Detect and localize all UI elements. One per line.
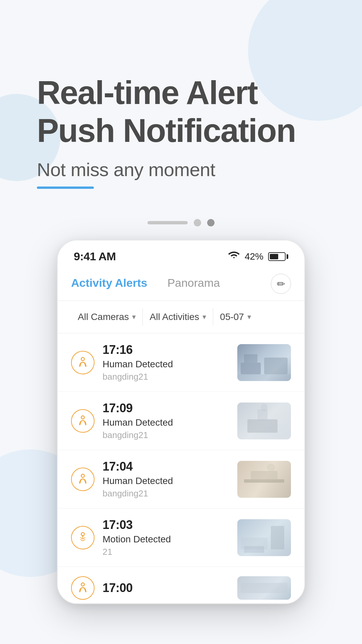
svg-point-5 (81, 416, 84, 419)
activity-icon-motion (71, 526, 95, 549)
svg-rect-14 (271, 526, 284, 549)
chevron-down-icon: ▾ (132, 313, 136, 321)
tab-group: Activity Alerts Panorama (71, 276, 220, 291)
svg-rect-16 (244, 546, 264, 553)
filter-activities[interactable]: All Activities ▾ (143, 308, 213, 326)
svg-point-9 (81, 474, 84, 478)
activity-time: 17:00 (103, 581, 229, 595)
svg-rect-3 (244, 354, 257, 363)
activity-type: Human Detected (103, 476, 229, 486)
activity-camera: bangding21 (103, 430, 229, 440)
battery-icon (268, 252, 288, 261)
activity-info: 17:00 (103, 581, 229, 595)
main-title: Real-time Alert Push Notification (37, 74, 325, 149)
phone-mockup: 9:41 AM 42% Activity Alerts (57, 240, 305, 604)
activity-type: Human Detected (103, 359, 229, 370)
activity-icon-human (71, 468, 95, 491)
activity-time: 17:09 (103, 401, 229, 415)
activity-thumbnail (237, 344, 291, 381)
status-right: 42% (228, 251, 288, 262)
activity-time: 17:04 (103, 460, 229, 474)
svg-rect-1 (241, 363, 261, 374)
room-image-4 (237, 519, 291, 556)
subtitle-underline (37, 186, 94, 189)
subtitle: Not miss any moment (37, 159, 325, 180)
filter-date[interactable]: 05-07 ▾ (213, 308, 258, 326)
svg-point-0 (81, 358, 84, 361)
activity-thumbnail (237, 461, 291, 498)
activity-icon-human (71, 409, 95, 433)
activity-camera: bangding21 (103, 372, 229, 382)
activity-icon-human (71, 351, 95, 374)
tab-activity-alerts[interactable]: Activity Alerts (71, 276, 147, 291)
room-image-2 (237, 402, 291, 439)
svg-rect-18 (241, 583, 288, 593)
wifi-icon (228, 251, 240, 262)
list-item[interactable]: 17:16 Human Detected bangding21 (58, 333, 304, 392)
list-item[interactable]: 17:00 (58, 567, 304, 603)
activity-time: 17:16 (103, 343, 229, 357)
chevron-down-icon: ▾ (247, 313, 251, 321)
svg-rect-11 (251, 471, 278, 480)
activity-thumbnail (237, 402, 291, 439)
header-section: Real-time Alert Push Notification Not mi… (0, 0, 362, 189)
room-image-5 (237, 576, 291, 600)
pagination-bar (147, 221, 188, 224)
activity-type: Motion Detected (103, 534, 229, 545)
activity-info: 17:04 Human Detected bangding21 (103, 460, 229, 499)
svg-point-12 (267, 464, 275, 472)
activity-camera: 21 (103, 547, 229, 557)
activity-icon-human (71, 576, 95, 600)
activity-info: 17:16 Human Detected bangding21 (103, 343, 229, 382)
room-image-1 (237, 344, 291, 381)
battery-percent: 42% (245, 251, 263, 262)
activity-thumbnail (237, 519, 291, 556)
status-bar: 9:41 AM 42% (58, 240, 304, 268)
tab-bar[interactable]: Activity Alerts Panorama ✏ (58, 268, 304, 301)
svg-point-17 (81, 583, 84, 586)
activity-info: 17:03 Motion Detected 21 (103, 518, 229, 557)
filter-cameras[interactable]: All Cameras ▾ (71, 308, 143, 326)
svg-rect-4 (237, 374, 291, 381)
filter-row[interactable]: All Cameras ▾ All Activities ▾ 05-07 ▾ (58, 301, 304, 333)
svg-point-8 (261, 404, 267, 412)
list-item[interactable]: 17:09 Human Detected bangding21 (58, 392, 304, 450)
status-time: 9:41 AM (74, 250, 116, 263)
chevron-down-icon: ▾ (202, 313, 206, 321)
pagination-dot-2 (207, 219, 215, 226)
activity-type: Human Detected (103, 417, 229, 428)
activity-list: 17:16 Human Detected bangding21 (58, 333, 304, 603)
svg-rect-6 (247, 419, 278, 433)
svg-rect-2 (264, 358, 288, 374)
activity-camera: bangding21 (103, 488, 229, 499)
pagination-dot-1 (194, 219, 201, 226)
list-item[interactable]: 17:04 Human Detected bangding21 (58, 450, 304, 508)
activity-info: 17:09 Human Detected bangding21 (103, 401, 229, 440)
pagination (0, 219, 362, 226)
activity-time: 17:03 (103, 518, 229, 532)
activity-thumbnail (237, 576, 291, 600)
tab-panorama[interactable]: Panorama (167, 276, 220, 291)
list-item[interactable]: 17:03 Motion Detected 21 (58, 508, 304, 567)
edit-button[interactable]: ✏ (271, 274, 291, 294)
room-image-3 (237, 461, 291, 498)
